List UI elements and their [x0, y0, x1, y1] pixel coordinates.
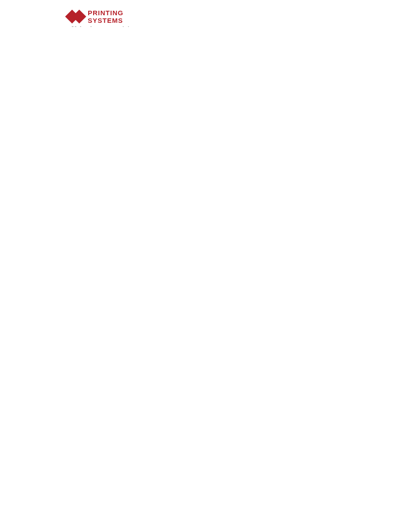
- brand-logo: PRINTING SYSTEMS Unleash your creativity: [67, 9, 139, 27]
- logo-text-line1: PRINTING: [88, 9, 124, 17]
- logo-tagline: Unleash your creativity: [72, 25, 139, 27]
- logo-text-line2: SYSTEMS: [88, 17, 124, 24]
- logo-icon: [67, 9, 85, 24]
